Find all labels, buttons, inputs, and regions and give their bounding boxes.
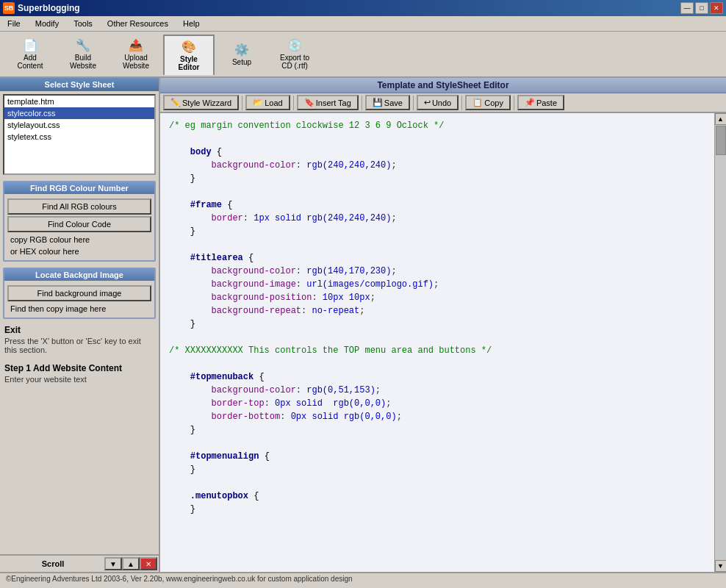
separator-3 xyxy=(362,96,362,110)
paste-icon: 📌 xyxy=(525,98,535,107)
step-text: Enter your website text xyxy=(4,375,154,384)
setup-icon: ⚙️ xyxy=(234,43,249,57)
paste-label: Paste xyxy=(536,98,557,107)
save-icon: 💾 xyxy=(373,98,383,107)
save-button[interactable]: 💾 Save xyxy=(365,95,410,110)
undo-icon: ↩ xyxy=(424,98,431,107)
app-title: Superblogging xyxy=(18,3,80,13)
scroll-up-arrow[interactable]: ▲ xyxy=(715,113,727,125)
locate-section-title: Locate Backgnd Image xyxy=(4,269,154,281)
separator-2 xyxy=(293,96,294,110)
window-controls: — □ ✕ xyxy=(680,2,723,14)
locate-section-content: Find background image Find then copy ima… xyxy=(4,281,154,318)
title-bar: SB Superblogging — □ ✕ xyxy=(0,0,726,16)
add-content-label: AddContent xyxy=(17,54,43,70)
app-icon: SB xyxy=(3,2,15,14)
scroll-control: Scroll ▼ ▲ ✕ xyxy=(0,554,159,572)
export-icon: 💿 xyxy=(287,38,302,52)
help-section: Exit Press the 'X' button or 'Esc' key t… xyxy=(0,322,159,554)
scroll-thumb[interactable] xyxy=(716,126,726,155)
paste-button[interactable]: 📌 Paste xyxy=(517,95,564,110)
undo-button[interactable]: ↩ Undo xyxy=(417,95,459,110)
status-bar: ©Engineering Adventures Ltd 2003-6, Ver … xyxy=(0,572,726,584)
main-layout: Select Style Sheet template.htm stylecol… xyxy=(0,78,726,572)
status-text: ©Engineering Adventures Ltd 2003-6, Ver … xyxy=(6,575,353,583)
copy-rgb-label: copy RGB colour here xyxy=(7,234,151,245)
rgb-section-content: Find All RGB colours Find Colour Code co… xyxy=(4,194,154,260)
menu-help[interactable]: Help xyxy=(179,18,204,29)
right-panel: Template and StyleSheet Editor ✏️ Style … xyxy=(160,78,726,572)
file-list[interactable]: template.htm stylecolor.css stylelayout.… xyxy=(3,94,156,175)
find-background-image-button[interactable]: Find background image xyxy=(7,285,151,301)
separator-5 xyxy=(461,96,462,110)
rgb-section-title: Find RGB Colour Number xyxy=(4,182,154,194)
editor-header: Template and StyleSheet Editor xyxy=(160,78,726,93)
menu-file[interactable]: File xyxy=(3,18,25,29)
find-copy-image-label: Find then copy image here xyxy=(7,303,151,315)
stylesheet-header: Select Style Sheet xyxy=(0,78,159,91)
copy-button[interactable]: 📋 Copy xyxy=(465,95,511,110)
vertical-scrollbar[interactable]: ▲ ▼ xyxy=(714,113,726,572)
close-button[interactable]: ✕ xyxy=(710,2,723,14)
load-button[interactable]: 📂 Load xyxy=(245,95,290,110)
load-icon: 📂 xyxy=(253,98,263,107)
step-title: Step 1 Add Website Content xyxy=(4,363,154,373)
separator-1 xyxy=(242,96,242,110)
add-content-icon: 📄 xyxy=(23,38,37,52)
setup-label: Setup xyxy=(232,58,251,66)
load-label: Load xyxy=(265,98,282,107)
exit-text: Press the 'X' button or 'Esc' key to exi… xyxy=(4,337,154,354)
save-label: Save xyxy=(384,98,403,107)
file-styletext[interactable]: styletext.css xyxy=(4,131,154,143)
insert-tag-button[interactable]: 🔖 Insert Tag xyxy=(297,95,359,110)
title-bar-left: SB Superblogging xyxy=(3,2,80,14)
separator-4 xyxy=(413,96,414,110)
style-icon: 🎨 xyxy=(182,40,196,54)
scroll-down-button[interactable]: ▼ xyxy=(104,557,122,570)
export-cd-button[interactable]: 💿 Export toCD (.rtf) xyxy=(269,35,320,74)
maximize-button[interactable]: □ xyxy=(695,2,708,14)
find-all-rgb-button[interactable]: Find All RGB colours xyxy=(7,198,151,215)
upload-website-button[interactable]: 📤 UploadWebsite xyxy=(110,35,162,74)
scroll-track[interactable] xyxy=(715,125,727,560)
rgb-section: Find RGB Colour Number Find All RGB colo… xyxy=(3,181,156,262)
file-stylecolor[interactable]: stylecolor.css xyxy=(4,107,154,119)
editor-area: /* eg margin convention clockwise 12 3 6… xyxy=(160,113,726,572)
add-content-button[interactable]: 📄 AddContent xyxy=(4,35,56,74)
left-panel: Select Style Sheet template.htm stylecol… xyxy=(0,78,160,572)
style-wizard-label: Style Wizzard xyxy=(182,98,231,107)
undo-label: Undo xyxy=(432,98,451,107)
build-label: BuildWebsite xyxy=(70,54,96,70)
menu-tools[interactable]: Tools xyxy=(69,18,97,29)
main-toolbar: 📄 AddContent 🔧 BuildWebsite 📤 UploadWebs… xyxy=(0,32,726,78)
insert-tag-icon: 🔖 xyxy=(304,98,315,107)
scroll-up-button[interactable]: ▲ xyxy=(122,557,140,570)
menu-other-resources[interactable]: Other Resources xyxy=(103,18,173,29)
copy-icon: 📋 xyxy=(472,98,483,107)
file-stylelayout[interactable]: stylelayout.css xyxy=(4,119,154,131)
build-website-button[interactable]: 🔧 BuildWebsite xyxy=(57,35,109,74)
style-editor-button[interactable]: 🎨 StyleEditor xyxy=(163,35,215,75)
menu-modify[interactable]: Modify xyxy=(31,18,63,29)
file-template[interactable]: template.htm xyxy=(4,96,154,107)
style-wizard-icon: ✏️ xyxy=(170,98,181,107)
upload-label: UploadWebsite xyxy=(123,54,149,70)
locate-section: Locate Backgnd Image Find background ima… xyxy=(3,268,156,319)
find-colour-code-button[interactable]: Find Colour Code xyxy=(7,216,151,232)
scroll-label: Scroll xyxy=(1,559,104,568)
exit-title: Exit xyxy=(4,325,154,335)
style-label: StyleEditor xyxy=(179,55,200,71)
editor-toolbar: ✏️ Style Wizzard 📂 Load 🔖 Insert Tag 💾 S… xyxy=(160,93,726,113)
hex-colour-label: or HEX colour here xyxy=(7,245,151,257)
scroll-close-button[interactable]: ✕ xyxy=(140,557,157,570)
copy-label: Copy xyxy=(484,98,503,107)
menu-bar: File Modify Tools Other Resources Help xyxy=(0,16,726,32)
code-editor[interactable]: /* eg margin convention clockwise 12 3 6… xyxy=(160,113,714,572)
build-icon: 🔧 xyxy=(76,38,90,52)
style-wizard-button[interactable]: ✏️ Style Wizzard xyxy=(163,95,239,110)
scroll-down-arrow[interactable]: ▼ xyxy=(715,560,727,572)
setup-button[interactable]: ⚙️ Setup xyxy=(216,35,267,74)
export-label: Export toCD (.rtf) xyxy=(280,54,309,70)
minimize-button[interactable]: — xyxy=(680,2,694,14)
insert-tag-label: Insert Tag xyxy=(316,98,351,107)
